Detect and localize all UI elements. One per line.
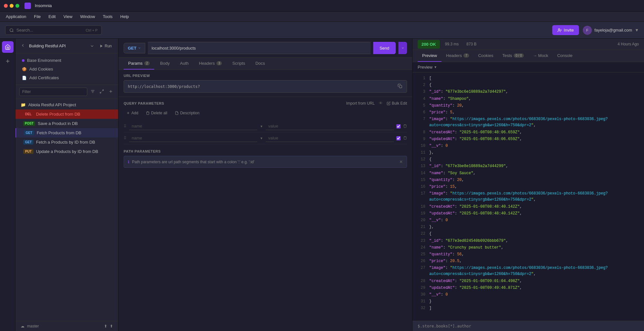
request-label-put: Update a Products by ID from DB [36,149,98,154]
svg-line-10 [102,90,103,91]
run-label: Run [105,44,112,48]
tab-auth[interactable]: Auth [175,58,193,70]
tab-body[interactable]: Body [156,58,174,70]
json-line: 1[ [412,75,644,82]
request-item-post[interactable]: POST Save a Product in DB [15,119,118,128]
request-item-get-by-id[interactable]: GET Fetch a Products by ID from DB [15,137,118,147]
param-value-1[interactable] [266,122,394,130]
response-tab-tests-badge: 0 / 0 [514,53,524,58]
user-dropdown-icon[interactable]: ▼ [635,28,639,33]
tab-params[interactable]: Params 2 [124,58,154,70]
tab-scripts[interactable]: Scripts [228,58,250,70]
menu-view[interactable]: View [60,13,76,20]
collection-dropdown-icon[interactable] [90,44,94,48]
send-dropdown-button[interactable] [398,42,407,54]
filter-add-button[interactable] [107,88,114,96]
menu-edit[interactable]: Edit [45,13,59,20]
param-name-2[interactable] [129,134,257,142]
search-input[interactable] [16,28,83,33]
sidebar-icon-add[interactable] [2,55,14,67]
tab-params-badge: 2 [144,61,150,65]
method-badge-get-1: GET [24,130,34,135]
json-line: 21 }, [412,224,644,231]
run-button[interactable]: Run [97,43,114,50]
response-tab-tests[interactable]: Tests 0 / 0 [498,50,528,62]
request-item-delete[interactable]: DEL Delete Product from DB [15,109,118,119]
tab-docs[interactable]: Docs [251,58,270,70]
param-row-2: ⠿ ▼ [124,132,407,144]
request-list: 📁 Abiola Restful API Project DEL Delete … [15,99,118,321]
response-tab-cookies[interactable]: Cookies [474,50,498,62]
request-item-put[interactable]: PUT Update a Products by ID from DB [15,147,118,156]
filter-expand-button[interactable] [98,88,105,96]
json-viewer[interactable]: 1[2 {3 "_id": "677e3bc6e10889a2a7d44297"… [412,72,644,321]
send-button[interactable]: Send [373,42,396,54]
edit-icon [387,101,391,105]
param-row-1: ⠿ ▼ [124,120,407,132]
json-line: 25 "quantity": 56, [412,251,644,258]
trash-icon [146,111,150,115]
json-line: 13 "_id": "677e3be8e10889a2a7d44299", [412,163,644,170]
invite-button[interactable]: Invite [552,25,579,35]
menu-window[interactable]: Window [77,13,98,20]
response-tabs: Preview Headers 7 Cookies Tests 0 / 0 → … [412,50,644,62]
path-params-text: Path parameters are url path segments th… [132,160,254,164]
param-delete-1[interactable] [403,124,407,129]
request-item-get-products[interactable]: GET Fetch Products from DB [15,128,118,137]
project-item[interactable]: 📁 Abiola Restful API Project [15,100,118,109]
bulk-edit-button[interactable]: Bulk Edit [387,101,407,106]
minimize-button[interactable] [10,4,14,8]
param-checkbox-2[interactable] [396,136,401,140]
branch-name: master [27,324,39,328]
path-params-label: PATH PARAMETERS [124,149,407,153]
copy-url-button[interactable] [397,83,403,90]
env-item-cookies[interactable]: 🍪 Add Cookies [19,65,114,73]
response-tab-headers[interactable]: Headers 7 [441,50,474,62]
response-tab-mock[interactable]: → Mock [528,50,553,62]
json-line: 19 "updatedAt": "2025-01-08T08:48:40.142… [412,210,644,217]
response-tab-console[interactable]: Console [553,50,577,62]
menu-tools[interactable]: Tools [99,13,116,20]
menu-file[interactable]: File [31,13,44,20]
delete-all-button[interactable]: Delete all [143,109,170,117]
search-box[interactable]: Ctrl + P [5,25,102,35]
env-item-base[interactable]: Base Environment [19,56,114,65]
query-input[interactable] [418,324,639,328]
preview-panel: Preview ▼ 1[2 {3 "_id": "677e3bc6e10889a… [412,62,644,331]
response-tab-console-label: Console [557,53,573,58]
menu-application[interactable]: Application [3,13,30,20]
sync-icon[interactable]: ⬆ [104,324,107,328]
filter-sort-button[interactable] [89,88,96,96]
tab-params-label: Params [128,61,143,66]
description-button[interactable]: Description [172,109,202,117]
url-input[interactable] [148,42,371,54]
add-param-button[interactable]: Add [124,109,141,117]
sidebar-icons [0,39,15,331]
import-url-button[interactable]: Import from URL [346,101,375,106]
json-line: 11 }, [412,149,644,156]
preview-dropdown-icon[interactable]: ▼ [434,65,437,69]
window-controls [4,4,19,8]
maximize-button[interactable] [15,4,19,8]
description-label: Description [180,111,199,115]
response-tab-preview[interactable]: Preview [418,50,441,62]
path-params-close[interactable]: ✕ [399,159,403,164]
tab-body-label: Body [160,61,170,66]
method-select[interactable]: GET [124,43,145,53]
env-item-certificates[interactable]: 📄 Add Certificates [19,73,114,82]
tab-auth-label: Auth [180,61,189,66]
json-line: 23 "_id": "677e3ed024540b0926bbb679", [412,238,644,244]
param-name-1[interactable] [129,122,257,130]
tab-headers[interactable]: Headers 3 [194,58,227,70]
collapse-panel-button[interactable] [19,42,26,50]
eye-icon: 👁 [379,101,383,106]
param-value-2[interactable] [266,134,394,142]
menu-help[interactable]: Help [117,13,132,20]
filter-input[interactable] [19,88,87,96]
sidebar-icon-home[interactable] [2,41,14,53]
param-delete-2[interactable] [403,136,407,141]
svg-line-11 [100,92,101,93]
param-arrow-2: ▼ [260,137,263,140]
param-checkbox-1[interactable] [396,124,401,128]
close-button[interactable] [4,4,8,8]
